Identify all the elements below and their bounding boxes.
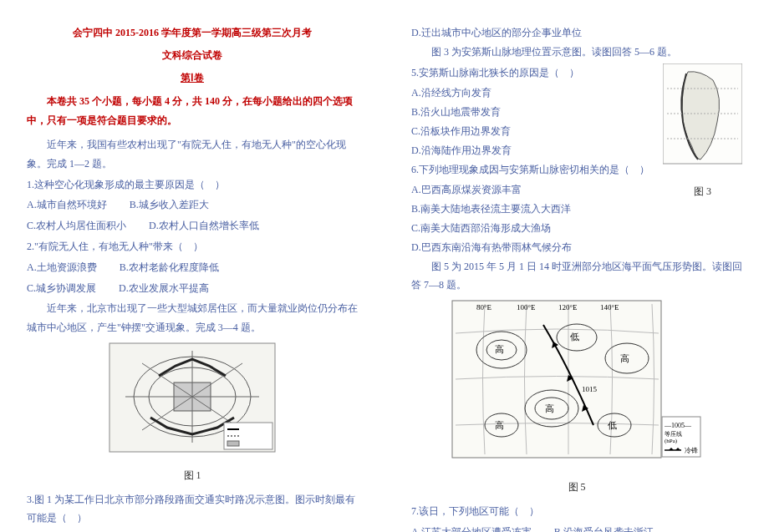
question-7-options-row1: A.江苏大部分地区遭受冻害 B.沿海受台风袭击浙江 [411,523,742,532]
intro-paragraph-4: 图 5 为 2015 年 5 月 1 日 14 时亚洲部分地区海平面气压形势图。… [411,257,742,296]
q6-option-d: D.巴西东南沿海有热带雨林气候分布 [411,238,742,257]
question-2: 2."有院无人住，有地无人种"带来（ ） [27,237,358,256]
right-column: D.迁出城市中心地区的部分企事业单位 图 3 为安第斯山脉地理位置示意图。读图回… [384,0,769,532]
intro-paragraph-3: 图 3 为安第斯山脉地理位置示意图。读图回答 5—6 题。 [411,43,742,62]
q1-option-c: C.农村人均居住面积小 [27,216,126,236]
svg-text:高: 高 [495,344,504,354]
figure-1-caption: 图 1 [27,466,358,485]
question-1-options-row1: A.城市自然环境好 B.城乡收入差距大 [27,195,358,215]
svg-text:高: 高 [620,353,629,363]
q7-option-a: A.江苏大部分地区遭受冻害 [411,523,532,532]
question-1: 1.这种空心化现象形成的最主要原因是（ ） [27,175,358,195]
svg-text:冷锋: 冷锋 [685,447,698,454]
question-7: 7.该日，下列地区可能（ ） [411,502,742,521]
figure-3-caption: 图 3 [663,182,742,201]
svg-text:高: 高 [545,403,554,413]
svg-text:80°E: 80°E [476,303,492,312]
svg-text:120°E: 120°E [558,303,578,312]
q2-option-a: A.土地资源浪费 [27,258,97,277]
svg-text:140°E: 140°E [600,303,619,312]
svg-text:低: 低 [608,420,617,430]
q6-option-b: B.南美大陆地表径流主要流入大西洋 [411,200,742,219]
q4-option-d: D.迁出城市中心地区的部分企事业单位 [411,23,742,43]
left-column: 会宁四中 2015-2016 学年度第一学期高三级第三次月考 文科综合试卷 第Ⅰ… [0,0,384,532]
question-2-options-row1: A.土地资源浪费 B.农村老龄化程度降低 [27,258,358,277]
exam-subject: 文科综合试卷 [27,46,358,65]
svg-text:高: 高 [495,420,504,430]
q6-option-c: C.南美大陆西部沿海形成大渔场 [411,219,742,238]
question-3: 3.图 1 为某工作日北京市部分路段路面交通实时路况示意图。图示时刻最有可能是（… [27,490,358,529]
q2-option-d: D.农业发展水平提高 [119,279,209,298]
figure-5-map: 80°E 100°E 120°E 140°E 高 低 高 高 高 低 1015 [451,300,702,471]
figure-5-caption: 图 5 [411,478,742,497]
svg-text:等压线: 等压线 [665,431,682,438]
svg-text:100°E: 100°E [517,303,536,312]
figure-3-wrap: 图 3 [663,63,742,202]
svg-rect-11 [227,441,239,446]
svg-text:(hPa): (hPa) [665,438,678,444]
q1-option-b: B.城乡收入差距大 [130,195,209,215]
svg-text:低: 低 [570,332,579,342]
q2-option-c: C.城乡协调发展 [27,279,96,298]
question-2-options-row2: C.城乡协调发展 D.农业发展水平提高 [27,279,358,298]
q1-option-a: A.城市自然环境好 [27,195,107,215]
exam-title: 会宁四中 2015-2016 学年度第一学期高三级第三次月考 [27,23,358,43]
figure-1-map [109,342,276,459]
q2-option-b: B.农村老龄化程度降低 [120,258,219,277]
question-1-options-row2: C.农村人均居住面积小 D.农村人口自然增长率低 [27,216,358,236]
figure-5-wrap: 80°E 100°E 120°E 140°E 高 低 高 高 高 低 1015 [411,300,742,497]
intro-paragraph-2: 近年来，北京市出现了一些大型城郊居住区，而大量就业岗位仍分布在城市中心地区，产生… [27,299,358,337]
instruction-text: 本卷共 35 个小题，每小题 4 分，共 140 分，在每小题给出的四个选项中，… [27,92,358,130]
figure-1-wrap: 图 1 [27,342,358,485]
q7-option-b: B.沿海受台风袭击浙江 [554,523,654,532]
part-label: 第Ⅰ卷 [27,68,358,88]
svg-text:1015: 1015 [582,385,598,393]
figure-3-map [663,63,742,176]
q1-option-d: D.农村人口自然增长率低 [149,216,259,236]
intro-paragraph-1: 近年来，我国有些农村出现了"有院无人住，有地无人种"的空心化现象。完成 1—2 … [27,135,358,174]
legend-isobar: —1005— [664,422,692,429]
